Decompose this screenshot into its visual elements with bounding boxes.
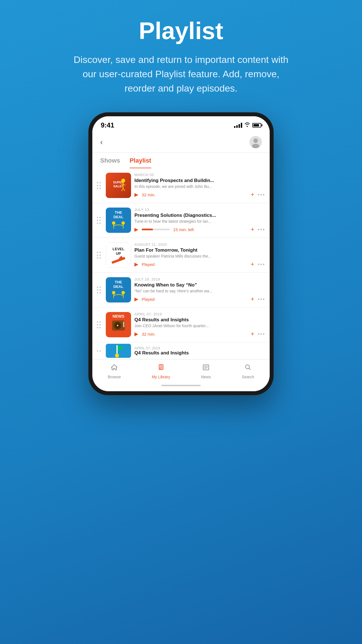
episode-desc: Join CEO JAnet Wilson for fourth quarter… — [134, 324, 230, 328]
svg-text:DEAL: DEAL — [113, 215, 123, 219]
battery-icon — [252, 123, 261, 128]
home-icon — [110, 363, 118, 373]
nav-my-library[interactable]: My Library — [152, 363, 170, 379]
episode-date: APRIL 07, 2019 — [134, 346, 265, 350]
nav-news-label: News — [201, 375, 211, 379]
episode-desc: Tune-in to hear the latest strategies fo… — [134, 219, 230, 224]
nav-browse[interactable]: Browse — [108, 363, 121, 379]
add-button[interactable]: + — [251, 330, 254, 338]
episode-item: SUPER SALES MA — [92, 168, 270, 203]
play-button[interactable]: ▶ — [134, 192, 138, 198]
play-button[interactable]: ▶ — [134, 296, 138, 302]
episode-duration: 32 min. — [142, 332, 155, 336]
svg-point-2 — [252, 144, 259, 148]
episode-content: MARCH 05 Identifying Prospects and Build… — [134, 173, 265, 198]
episode-title: Q4 Results and Insights — [134, 350, 265, 356]
more-button[interactable]: ••• — [258, 192, 265, 198]
episode-content: APRIL 07, 2019 Q4 Results and Insights J… — [134, 312, 265, 338]
playlist-list: SUPER SALES MA — [92, 168, 270, 359]
episode-artwork: THE DEAL — [106, 208, 131, 233]
episode-artwork: LEVEL UP — [106, 242, 131, 268]
svg-point-16 — [112, 221, 115, 225]
svg-rect-38 — [123, 322, 124, 327]
nav-browse-label: Browse — [108, 375, 121, 379]
add-button[interactable]: + — [251, 226, 254, 233]
svg-point-28 — [112, 291, 115, 294]
nav-news[interactable]: News — [201, 363, 211, 379]
svg-point-1 — [253, 138, 258, 143]
library-icon — [157, 363, 165, 373]
svg-point-44 — [160, 365, 162, 367]
episode-item: THE DEAL JULY 13 Presenting Solutions (D… — [92, 203, 270, 238]
page-title: Playlist — [139, 17, 223, 45]
episode-desc: Guest speaker Patricia Mills discusses t… — [134, 254, 230, 258]
svg-text:LEVEL: LEVEL — [113, 247, 124, 251]
more-button[interactable]: ••• — [258, 296, 265, 302]
episode-title: Identifying Prospects and Buildin... — [134, 178, 230, 183]
episode-artwork: NEWS — [106, 312, 131, 337]
episode-content-partial: APRIL 07, 2019 Q4 Results and Insights — [134, 346, 265, 356]
more-button[interactable]: ••• — [258, 226, 265, 233]
episode-desc: “No” can be hard to say. Here’s another … — [134, 289, 230, 293]
status-time: 9:41 — [101, 121, 114, 129]
drag-handle[interactable] — [97, 242, 102, 268]
signal-icon — [234, 123, 242, 128]
play-button[interactable]: ▶ — [134, 226, 138, 233]
more-button[interactable]: ••• — [258, 261, 265, 268]
episode-title: Knowing When to Say “No” — [134, 282, 230, 288]
episode-artwork: THE DEAL — [106, 277, 131, 302]
svg-point-30 — [122, 291, 125, 294]
drag-handle[interactable] — [97, 208, 102, 233]
episode-artwork: SUPER SALES — [106, 173, 131, 198]
search-icon — [244, 363, 252, 373]
drag-handle[interactable] — [97, 350, 102, 352]
episode-date: AUGUST 21, 2020 — [134, 242, 265, 247]
progress-bar — [142, 229, 170, 230]
news-icon — [202, 363, 210, 373]
home-indicator — [92, 382, 270, 391]
page-subtitle: Discover, save and return to important c… — [72, 53, 290, 95]
episode-title: Presenting Solutions (Diagnostics... — [134, 213, 230, 218]
svg-rect-40 — [116, 345, 118, 354]
add-button[interactable]: + — [251, 261, 254, 268]
avatar[interactable] — [249, 136, 262, 148]
more-button[interactable]: ••• — [258, 331, 265, 337]
episode-date: JULY 29, 2019 — [134, 277, 265, 281]
tabs-row: Shows Playlist — [92, 153, 270, 168]
status-bar: 9:41 — [92, 116, 270, 132]
episode-item: NEWS APRIL 07, 2019 Q4 Results and Insig… — [92, 308, 270, 342]
drag-handle[interactable] — [97, 173, 102, 198]
episode-content: JULY 29, 2019 Knowing When to Say “No” “… — [134, 277, 265, 303]
episode-date: APRIL 07, 2019 — [134, 312, 265, 316]
nav-bar: ‹ — [92, 132, 270, 153]
episode-desc: In this episode, we are joined with John… — [134, 184, 230, 189]
add-button[interactable]: + — [251, 295, 254, 303]
play-button[interactable]: ▶ — [134, 261, 138, 267]
svg-text:THE: THE — [115, 210, 122, 215]
episode-artwork — [106, 344, 131, 358]
drag-handle[interactable] — [97, 312, 102, 338]
episode-title: Q4 Results and Insights — [134, 317, 230, 323]
episode-date: MARCH 05 — [134, 173, 265, 177]
episode-item: THE DEAL JULY 29, 2019 Knowing When to S… — [92, 273, 270, 308]
nav-library-label: My Library — [152, 375, 170, 379]
episode-date: JULY 13 — [134, 208, 265, 212]
episode-item-partial: APRIL 07, 2019 Q4 Results and Insights — [92, 342, 270, 359]
episode-duration: 15 min. left — [173, 227, 194, 232]
tab-shows[interactable]: Shows — [100, 157, 120, 168]
svg-point-18 — [122, 221, 125, 225]
add-button[interactable]: + — [251, 191, 254, 198]
wifi-icon — [244, 122, 250, 128]
status-icons — [234, 122, 261, 128]
play-button[interactable]: ▶ — [134, 331, 138, 337]
svg-text:THE: THE — [115, 280, 122, 284]
tab-playlist[interactable]: Playlist — [130, 157, 151, 168]
drag-handle[interactable] — [97, 277, 102, 303]
back-button[interactable]: ‹ — [100, 138, 103, 147]
bottom-navigation: Browse My Library — [92, 359, 270, 382]
svg-text:NEWS: NEWS — [113, 314, 124, 318]
svg-text:DEAL: DEAL — [113, 285, 123, 289]
episode-duration: 32 min. — [142, 192, 155, 197]
episode-title: Plan For Tomorrow, Tonight — [134, 247, 230, 253]
nav-search[interactable]: Search — [242, 363, 254, 379]
